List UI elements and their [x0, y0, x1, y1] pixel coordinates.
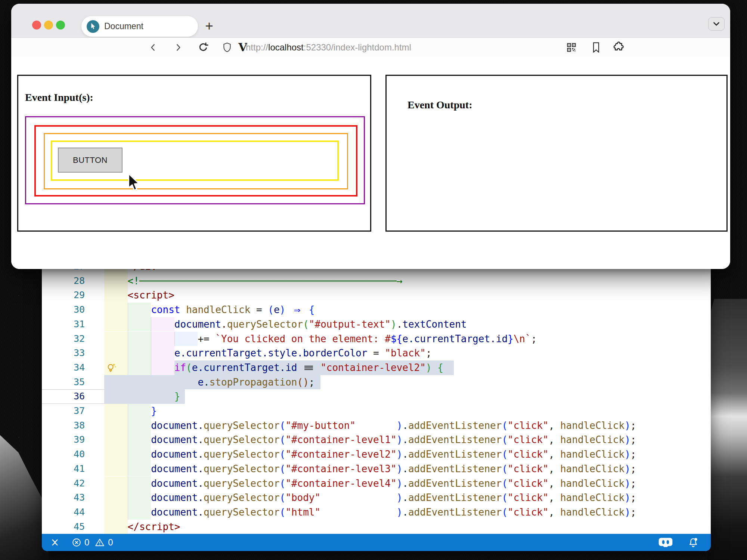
code-text[interactable]: <!──────────────────────────────────────… — [128, 274, 403, 288]
back-button[interactable] — [145, 38, 161, 57]
window-minimize-button[interactable] — [44, 21, 53, 30]
code-text[interactable]: e.currentTarget.style.borderColor = "bla… — [174, 346, 432, 361]
indent-guide — [151, 332, 151, 346]
event-input-box: Event Input(s): BUTTON — [17, 75, 371, 232]
code-line-29[interactable]: 29<script> — [42, 288, 711, 303]
code-line-37[interactable]: 37} — [42, 404, 711, 418]
code-line-44[interactable]: 44document.querySelector("html" ).addEve… — [42, 505, 711, 520]
window-close-button[interactable] — [32, 21, 41, 30]
code-line-36[interactable]: 36} — [42, 389, 711, 404]
indent-rainbow-strip — [151, 317, 174, 332]
line-number[interactable]: 33 — [42, 346, 85, 361]
window-zoom-button[interactable] — [56, 21, 65, 30]
indent-rainbow-strip — [151, 332, 174, 346]
line-number[interactable]: 42 — [42, 476, 85, 491]
url-host: localhost — [268, 42, 304, 53]
line-number[interactable]: 45 — [42, 520, 85, 534]
code-line-41[interactable]: 41document.querySelector("#container-lev… — [42, 462, 711, 476]
indent-rainbow-strip — [128, 317, 151, 332]
code-line-45[interactable]: 45</script> — [42, 520, 711, 534]
my-button[interactable]: BUTTON — [58, 148, 123, 173]
shield-icon[interactable] — [219, 38, 235, 57]
line-number[interactable]: 34 — [42, 361, 85, 375]
code-text[interactable]: <script> — [128, 288, 174, 303]
code-text[interactable]: e.stopPropagation(); — [198, 375, 314, 390]
line-number[interactable]: 30 — [42, 303, 85, 317]
problems-errors[interactable]: 0 — [72, 537, 89, 548]
code-text[interactable]: const handleClick = (e) ⇒ { — [151, 303, 314, 317]
forward-button[interactable] — [170, 38, 186, 57]
line-number[interactable]: 38 — [42, 418, 85, 433]
indent-guide — [151, 346, 151, 361]
line-number[interactable]: 44 — [42, 505, 85, 520]
line-number[interactable]: 32 — [42, 332, 85, 346]
window-chevron-down-button[interactable] — [708, 17, 725, 31]
indent-rainbow-strip — [104, 476, 128, 491]
indent-rainbow-strip — [128, 303, 151, 317]
line-number[interactable]: 35 — [42, 375, 85, 390]
code-text[interactable]: </script> — [128, 520, 180, 534]
bookmark-icon[interactable] — [588, 38, 604, 57]
code-line-28[interactable]: 28<!────────────────────────────────────… — [42, 274, 711, 288]
code-area[interactable]: 27</div>28<!────────────────────────────… — [42, 259, 711, 534]
copilot-lightbulb-icon[interactable] — [106, 362, 117, 373]
line-number[interactable]: 31 — [42, 317, 85, 332]
code-text[interactable]: document.querySelector("#container-level… — [151, 462, 636, 476]
browser-tab[interactable]: Document — [81, 16, 198, 37]
line-number[interactable]: 40 — [42, 447, 85, 462]
copilot-icon[interactable] — [658, 537, 673, 548]
event-output-heading: Event Output: — [407, 99, 472, 111]
indent-rainbow-strip — [104, 433, 128, 447]
code-text[interactable]: if(e.currentTarget.id ≡ "container-level… — [174, 361, 443, 375]
code-line-31[interactable]: 31document.querySelector("#output-text")… — [42, 317, 711, 332]
code-text[interactable]: document.querySelector("body" ).addEvent… — [151, 491, 636, 505]
warning-triangle-icon — [94, 538, 105, 547]
indent-rainbow-strip — [104, 404, 128, 418]
puzzle-extensions-icon[interactable] — [608, 38, 627, 57]
indent-guide — [151, 361, 151, 375]
line-number[interactable]: 37 — [42, 404, 85, 418]
qr-code-icon[interactable] — [562, 38, 580, 57]
remote-indicator-icon[interactable] — [50, 537, 61, 548]
code-text[interactable]: document.querySelector("#my-button" ).ad… — [151, 418, 636, 433]
container-level2[interactable]: BUTTON — [34, 125, 357, 197]
code-line-30[interactable]: 30const handleClick = (e) ⇒ { — [42, 303, 711, 317]
code-line-42[interactable]: 42document.querySelector("#container-lev… — [42, 476, 711, 491]
indent-rainbow-strip — [104, 346, 128, 361]
indent-guide — [128, 505, 128, 520]
code-line-35[interactable]: 35e.stopPropagation(); — [42, 375, 711, 390]
problems-warnings[interactable]: 0 — [94, 537, 113, 548]
container-level4[interactable]: BUTTON — [51, 140, 339, 181]
line-number[interactable]: 39 — [42, 433, 85, 447]
line-number[interactable]: 41 — [42, 462, 85, 476]
code-line-40[interactable]: 40document.querySelector("#container-lev… — [42, 447, 711, 462]
new-tab-button[interactable]: + — [201, 18, 217, 34]
line-number[interactable]: 36 — [42, 389, 85, 404]
container-level1[interactable]: BUTTON — [25, 116, 365, 204]
code-text[interactable]: document.querySelector("html" ).addEvent… — [151, 505, 636, 520]
code-text[interactable]: document.querySelector("#container-level… — [151, 447, 636, 462]
code-line-34[interactable]: 34if(e.currentTarget.id ≡ "container-lev… — [42, 361, 711, 375]
code-line-39[interactable]: 39document.querySelector("#container-lev… — [42, 433, 711, 447]
code-text[interactable]: document.querySelector("#container-level… — [151, 433, 636, 447]
code-text[interactable]: } — [174, 389, 180, 404]
container-level3[interactable]: BUTTON — [44, 133, 348, 189]
code-text[interactable]: } — [151, 404, 157, 418]
reload-button[interactable] — [194, 38, 212, 57]
code-line-38[interactable]: 38document.querySelector("#my-button" ).… — [42, 418, 711, 433]
line-number[interactable]: 28 — [42, 274, 85, 288]
code-line-32[interactable]: 32+= `You clicked on the element: #${e.c… — [42, 332, 711, 346]
code-line-43[interactable]: 43document.querySelector("body" ).addEve… — [42, 491, 711, 505]
code-line-33[interactable]: 33e.currentTarget.style.borderColor = "b… — [42, 346, 711, 361]
code-text[interactable]: document.querySelector("#output-text").t… — [174, 317, 467, 332]
mouse-cursor-icon — [125, 172, 141, 193]
url-scheme: http:// — [246, 42, 268, 53]
line-number[interactable]: 29 — [42, 288, 85, 303]
code-text[interactable]: document.querySelector("#container-level… — [151, 476, 636, 491]
line-number[interactable]: 43 — [42, 491, 85, 505]
notifications-bell-icon[interactable] — [688, 537, 699, 548]
url-field[interactable]: http://localhost:52330/index-lightdom.ht… — [246, 38, 411, 57]
indent-rainbow-strip — [128, 476, 151, 491]
indent-rainbow-strip — [128, 433, 151, 447]
code-text[interactable]: += `You clicked on the element: #${e.cur… — [198, 332, 537, 346]
